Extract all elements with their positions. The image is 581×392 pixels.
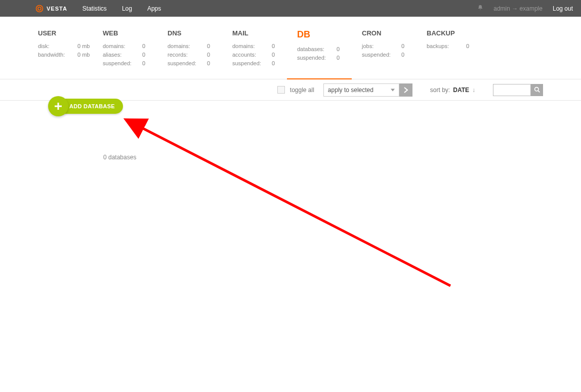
- tab-stats: domains:0aliases:0suspended:0: [103, 43, 168, 66]
- tab-mail[interactable]: MAILdomains:0accounts:0suspended:0: [232, 29, 297, 79]
- stat-value: 0: [268, 60, 275, 66]
- tab-title: WEB: [103, 29, 168, 37]
- stat-row: domains:0: [103, 43, 168, 49]
- stat-key: disk:: [38, 43, 73, 49]
- sort-by[interactable]: sort by: DATE ↓: [430, 86, 475, 94]
- sort-field: DATE: [453, 86, 469, 94]
- tab-title: CRON: [362, 29, 427, 37]
- bulk-action-go-button[interactable]: [399, 83, 412, 97]
- stat-row: backups:0: [427, 43, 491, 49]
- tab-user[interactable]: USERdisk:0 mbbandwidth:0 mb: [38, 29, 103, 79]
- stat-key: backups:: [427, 43, 462, 49]
- tab-stats: domains:0accounts:0suspended:0: [232, 43, 297, 66]
- stat-value: 0: [203, 43, 210, 49]
- stat-value: 0 mb: [73, 43, 90, 49]
- stat-row: suspended:0: [362, 52, 427, 58]
- svg-point-1: [38, 7, 41, 10]
- nav-apps[interactable]: Apps: [147, 5, 161, 12]
- tab-title: USER: [38, 29, 103, 37]
- toggle-all[interactable]: toggle all: [277, 86, 314, 94]
- chevron-down-icon: [391, 89, 395, 91]
- tab-dns[interactable]: DNSdomains:0records:0suspended:0: [168, 29, 232, 79]
- stat-key: suspended:: [232, 60, 268, 66]
- stat-key: accounts:: [232, 52, 268, 58]
- svg-line-3: [538, 91, 540, 92]
- stat-key: suspended:: [362, 52, 397, 58]
- toggle-all-label: toggle all: [290, 86, 314, 94]
- bell-icon[interactable]: [477, 5, 483, 12]
- tab-title: DB: [297, 29, 362, 40]
- brand-text: VESTA: [47, 6, 67, 12]
- stat-row: domains:0: [232, 43, 297, 49]
- stat-row: suspended:0: [297, 55, 362, 61]
- topbar: VESTA Statistics Log Apps admin → exampl…: [0, 0, 581, 17]
- stat-row: databases:0: [297, 46, 362, 52]
- stat-row: domains:0: [168, 43, 232, 49]
- search-icon: [534, 86, 541, 93]
- stat-value: 0: [462, 43, 469, 49]
- stat-row: suspended:0: [232, 60, 297, 66]
- stat-value: 0: [333, 46, 340, 52]
- nav-log[interactable]: Log: [122, 5, 132, 12]
- stat-row: aliases:0: [103, 52, 168, 58]
- stat-value: 0: [397, 52, 404, 58]
- brand-logo[interactable]: VESTA: [35, 5, 67, 13]
- stat-key: domains:: [232, 43, 268, 49]
- tab-backup[interactable]: BACKUPbackups:0: [427, 29, 491, 79]
- search-button[interactable]: [531, 84, 543, 96]
- stat-value: 0: [203, 52, 210, 58]
- db-count-text: 0 databases: [103, 154, 136, 161]
- add-database-button[interactable]: ADD DATABASE: [50, 99, 123, 114]
- bulk-action-select[interactable]: apply to selected: [323, 83, 399, 97]
- vesta-logo-icon: [35, 5, 44, 13]
- stat-value: 0: [138, 52, 145, 58]
- logout-link[interactable]: Log out: [553, 5, 573, 12]
- user-path[interactable]: admin → example: [493, 5, 543, 12]
- stat-value: 0: [333, 55, 340, 61]
- svg-point-2: [534, 88, 538, 91]
- tab-web[interactable]: WEBdomains:0aliases:0suspended:0: [103, 29, 168, 79]
- stat-row: accounts:0: [232, 52, 297, 58]
- stat-key: domains:: [168, 43, 203, 49]
- stat-key: suspended:: [297, 55, 333, 61]
- stat-value: 0: [138, 60, 145, 66]
- stat-key: jobs:: [362, 43, 397, 49]
- svg-point-0: [36, 5, 43, 12]
- tab-db[interactable]: DBdatabases:0suspended:0: [297, 29, 362, 79]
- sort-direction-icon: ↓: [472, 86, 475, 94]
- stat-value: 0: [397, 43, 404, 49]
- stat-value: 0 mb: [73, 52, 90, 58]
- stat-key: databases:: [297, 46, 333, 52]
- stat-row: bandwidth:0 mb: [38, 52, 103, 58]
- tab-stats: domains:0records:0suspended:0: [168, 43, 232, 66]
- stat-key: domains:: [103, 43, 138, 49]
- stat-row: suspended:0: [168, 60, 232, 66]
- search-input[interactable]: [493, 84, 531, 96]
- stat-key: suspended:: [103, 60, 138, 66]
- tab-stats: jobs:0suspended:0: [362, 43, 427, 58]
- toggle-all-checkbox[interactable]: [277, 86, 285, 94]
- stat-key: suspended:: [168, 60, 203, 66]
- stat-value: 0: [138, 43, 145, 49]
- stat-row: disk:0 mb: [38, 43, 103, 49]
- stat-key: bandwidth:: [38, 52, 73, 58]
- tab-cron[interactable]: CRONjobs:0suspended:0: [362, 29, 427, 79]
- stat-row: records:0: [168, 52, 232, 58]
- top-links: Statistics Log Apps: [82, 5, 161, 12]
- topbar-right: admin → example Log out: [477, 5, 573, 12]
- tab-stats: backups:0: [427, 43, 491, 49]
- bulk-action-value: apply to selected: [328, 86, 374, 94]
- stat-key: aliases:: [103, 52, 138, 58]
- stat-value: 0: [268, 52, 275, 58]
- search: [493, 84, 543, 96]
- stat-key: records:: [168, 52, 203, 58]
- tab-title: MAIL: [232, 29, 297, 37]
- sort-by-label: sort by:: [430, 86, 450, 94]
- stat-value: 0: [268, 43, 275, 49]
- stat-row: jobs:0: [362, 43, 427, 49]
- main-tabs: USERdisk:0 mbbandwidth:0 mbWEBdomains:0a…: [0, 17, 581, 79]
- add-database-label: ADD DATABASE: [69, 103, 115, 109]
- tab-stats: databases:0suspended:0: [297, 46, 362, 61]
- nav-statistics[interactable]: Statistics: [82, 5, 107, 12]
- stat-row: suspended:0: [103, 60, 168, 66]
